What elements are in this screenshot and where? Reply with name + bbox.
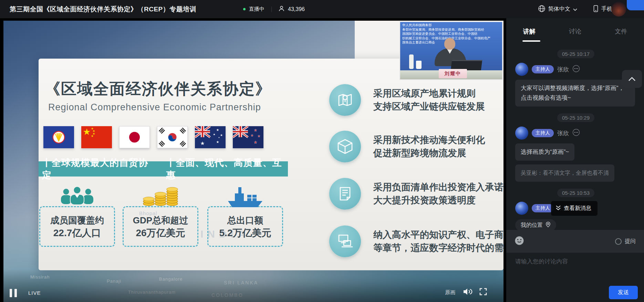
live-label: 直播中: [249, 6, 264, 12]
chevron-down-icon: [573, 6, 577, 12]
ask-question-toggle[interactable]: 提问: [615, 238, 636, 245]
speaker-shirt: [447, 49, 453, 54]
chat-input[interactable]: [512, 255, 638, 284]
video-surface[interactable]: Missirah Panaji Bangalore Thiruvananthap…: [3, 21, 503, 302]
slide-banner: 丨全球规模最大的自贸协定 丨全面、现代、高质量、互惠: [39, 161, 288, 177]
flag-south-korea-icon: [157, 126, 188, 148]
point-line2: 大大提升投资政策透明度: [373, 194, 503, 207]
stat-line2: 26万亿美元: [124, 226, 197, 240]
point-line1: 采用区域原产地累计规则: [373, 87, 485, 100]
live-dot-icon: [243, 8, 246, 10]
point-digital-economy: 纳入高水平的知识产权、电子商务 等章节，适应数字经济时代的需要: [329, 225, 503, 257]
message-composer: 发送: [506, 253, 644, 302]
chat-sidebar: 讲解 讨论 文件 05-25 10:17 主持人 张欣 大家可以调整视频清晰度，…: [506, 18, 644, 302]
player-control-bar: [3, 269, 503, 302]
sender-name: 张欣: [557, 129, 569, 137]
volume-icon[interactable]: [463, 288, 472, 297]
slide-title: 《区域全面经济伙伴关系协定》: [45, 79, 271, 99]
composer-toolbar: 提问: [506, 230, 644, 253]
timestamp-badge: 05-25 10:17: [557, 50, 594, 58]
chat-message: 大家可以调整视频清晰度，选择“原画”，点击视频会有选项~: [515, 80, 635, 107]
host-badge: 主持人: [532, 204, 554, 212]
speaker-backdrop-line: 国国际贸易促进委员会、中国轻工业联合会、中国纺: [402, 32, 501, 36]
corner-logo: [627, 0, 644, 10]
live-indicator: LIVE: [28, 290, 41, 296]
banner-right-text: 丨全面、现代、高质量、互惠: [166, 157, 288, 181]
top-bar: 第三期全国《区域全面经济伙伴关系协定》（RCEP）专题培训 直播中 43,396…: [0, 0, 644, 18]
radio-circle-icon: [615, 238, 622, 245]
point-line2: 支持区域产业链供应链发展: [373, 100, 485, 113]
flag-china-icon: [81, 126, 112, 148]
water-bottle: [409, 54, 414, 69]
collapse-panel-button[interactable]: [622, 70, 642, 88]
tab-discussion[interactable]: 讨论: [552, 18, 598, 44]
flag-japan-icon: [119, 126, 150, 148]
stat-line1: 总出口额: [208, 214, 282, 226]
point-line1: 采用新技术推动海关便利化: [373, 133, 485, 147]
member-flags: [43, 126, 263, 148]
quality-button[interactable]: 原画: [445, 289, 455, 296]
host-badge: 主持人: [532, 129, 554, 137]
avatar: [515, 202, 528, 215]
ship-icon: [226, 186, 264, 209]
timestamp-badge: 05-25 10:53: [557, 189, 594, 197]
language-selector[interactable]: 简体中文: [538, 5, 577, 14]
point-line1: 纳入高水平的知识产权、电子商务: [373, 228, 503, 241]
speaker-backdrop-line: 务部外贸发展局、商务部投资促进局、商务部国际贸易经: [402, 28, 501, 32]
sidebar-tabs: 讲解 讨论 文件: [506, 18, 644, 44]
my-position-button[interactable]: 我的位置: [515, 219, 556, 230]
message-header: 主持人 张欣: [515, 63, 636, 76]
document-icon: [329, 178, 361, 210]
message-menu-icon[interactable]: [572, 129, 580, 138]
package-icon: [329, 131, 361, 162]
presentation-slide: INDIA Bhopal 《区域全面经济伙伴关系协定》 Regional Com…: [39, 59, 503, 270]
stat-line1: 成员国覆盖约: [40, 214, 114, 226]
viewers-icon: [279, 6, 284, 13]
emoji-icon[interactable]: [515, 236, 524, 247]
host-badge: 主持人: [532, 65, 554, 73]
avatar[interactable]: [611, 2, 626, 17]
message-menu-icon[interactable]: [572, 65, 580, 74]
point-line1: 采用负面清单作出投资准入承诺: [373, 181, 503, 194]
my-position-label: 我的位置: [521, 222, 543, 229]
avatar: [515, 127, 528, 140]
speaker-backdrop-line: 华人民共和国商务部: [402, 23, 501, 28]
point-investment: 采用负面清单作出投资准入承诺 大大提升投资政策透明度: [329, 178, 503, 210]
paper-cup: [416, 61, 422, 69]
point-rules-of-origin: 采用区域原产地累计规则 支持区域产业链供应链发展: [329, 84, 485, 116]
stat-line1: GDP总和超过: [124, 214, 197, 226]
live-status: 直播中 43,396: [243, 0, 305, 18]
active-tab-underline: [522, 40, 540, 42]
ask-question-label: 提问: [625, 238, 636, 245]
point-customs: 采用新技术推动海关便利化 促进新型跨境物流发展: [329, 131, 485, 162]
double-chevron-down-icon: [555, 205, 561, 212]
speaker-name-tag: 刘耀中: [439, 69, 467, 78]
stat-line2: 22.7亿人口: [40, 226, 114, 240]
pause-button[interactable]: [10, 289, 17, 297]
flag-new-zealand-icon: [233, 126, 263, 148]
point-line2: 促进新型跨境物流发展: [373, 147, 485, 160]
fullscreen-icon[interactable]: [479, 288, 487, 297]
message-header: 主持人 张欣: [515, 127, 636, 140]
timestamp-badge: 05-25 10:29: [557, 113, 594, 122]
view-new-messages-button[interactable]: 查看新消息: [551, 201, 598, 216]
coins-icon: [141, 186, 180, 208]
point-line2: 等章节，适应数字经济时代的需要: [373, 241, 503, 254]
devices-icon: [329, 225, 361, 257]
globe-icon: [538, 5, 546, 14]
send-button[interactable]: 发送: [609, 286, 638, 299]
viewer-count: 43,396: [288, 6, 305, 12]
divider: [271, 7, 272, 12]
chat-message: 选择画质为“原画”~: [515, 143, 574, 161]
page-title: 第三期全国《区域全面经济伙伴关系协定》（RCEP）专题培训: [10, 5, 196, 14]
tab-files[interactable]: 文件: [598, 18, 644, 44]
speaker-video[interactable]: 华人民共和国商务部 务部外贸发展局、商务部投资促进局、商务部国际贸易经 国国际贸…: [399, 21, 503, 80]
speaker-head: [444, 38, 455, 50]
stat-population: 成员国覆盖约 22.7亿人口: [39, 206, 115, 247]
people-icon: [58, 186, 96, 207]
avatar: [515, 63, 528, 76]
map-pin-icon: [329, 84, 361, 116]
slide-subtitle: Regional Comprehensive Economic Partners…: [48, 102, 261, 113]
phone-icon: [593, 5, 599, 14]
stat-line2: 5.2万亿美元: [208, 226, 282, 240]
